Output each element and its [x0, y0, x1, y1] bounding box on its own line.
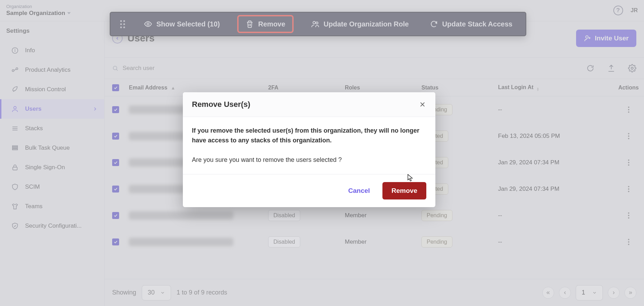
modal-question-text: Are you sure you want to remove the user…	[192, 155, 426, 165]
confirm-remove-button[interactable]: Remove	[382, 182, 426, 199]
cancel-button[interactable]: Cancel	[346, 187, 372, 195]
modal-warning-text: If you remove the selected user(s) from …	[192, 126, 426, 146]
close-icon[interactable]	[419, 101, 426, 108]
modal-title: Remove User(s)	[192, 100, 250, 109]
cursor-icon	[408, 174, 413, 182]
remove-users-modal: Remove User(s) If you remove the selecte…	[183, 92, 435, 207]
